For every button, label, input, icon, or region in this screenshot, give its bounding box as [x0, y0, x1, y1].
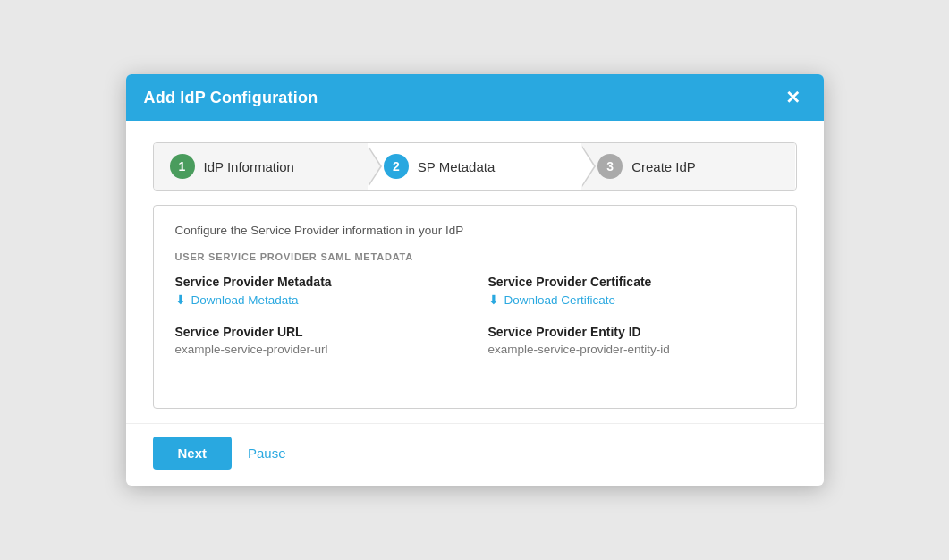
close-button[interactable]: ✕	[780, 87, 806, 108]
step-1: 1 IdP Information	[154, 143, 368, 190]
content-area: Configure the Service Provider informati…	[153, 205, 797, 409]
add-idp-modal: Add IdP Configuration ✕ 1 IdP Informatio…	[126, 74, 824, 486]
stepper: 1 IdP Information 2 SP Metadata 3 Create…	[153, 142, 797, 191]
modal-body: 1 IdP Information 2 SP Metadata 3 Create…	[126, 121, 824, 423]
download-metadata-icon: ⬇	[175, 293, 186, 307]
metadata-item-2-title: Service Provider URL	[175, 325, 462, 339]
step-3-number: 3	[597, 154, 623, 179]
metadata-item-2: Service Provider URL example-service-pro…	[175, 325, 462, 356]
download-certificate-label: Download Certificate	[504, 293, 616, 307]
metadata-item-3-title: Service Provider Entity ID	[488, 325, 775, 339]
modal-footer: Next Pause	[126, 423, 824, 486]
step-2-number: 2	[384, 154, 409, 179]
download-metadata-link[interactable]: ⬇ Download Metadata	[175, 293, 462, 307]
metadata-grid: Service Provider Metadata ⬇ Download Met…	[175, 275, 775, 356]
metadata-item-0-title: Service Provider Metadata	[175, 275, 462, 289]
step-3-label: Create IdP	[631, 159, 696, 174]
download-certificate-link[interactable]: ⬇ Download Certificate	[488, 293, 775, 307]
step-2: 2 SP Metadata	[368, 143, 581, 190]
metadata-item-1: Service Provider Certificate ⬇ Download …	[488, 275, 775, 307]
metadata-item-3-value: example-service-provider-entity-id	[488, 343, 775, 356]
download-metadata-label: Download Metadata	[191, 293, 299, 307]
metadata-item-2-value: example-service-provider-url	[175, 343, 462, 356]
step-1-label: IdP Information	[204, 159, 294, 174]
step-1-number: 1	[170, 154, 195, 179]
metadata-item-1-title: Service Provider Certificate	[488, 275, 775, 289]
modal-title: Add IdP Configuration	[144, 89, 318, 107]
section-label: USER SERVICE PROVIDER SAML METADATA	[175, 251, 775, 262]
metadata-item-0: Service Provider Metadata ⬇ Download Met…	[175, 275, 462, 307]
step-3: 3 Create IdP	[581, 143, 795, 190]
step-2-label: SP Metadata	[418, 159, 495, 174]
next-button[interactable]: Next	[153, 437, 233, 470]
modal-header: Add IdP Configuration ✕	[126, 74, 824, 121]
pause-button[interactable]: Pause	[244, 437, 290, 470]
content-description: Configure the Service Provider informati…	[175, 224, 775, 237]
download-certificate-icon: ⬇	[488, 293, 499, 307]
metadata-item-3: Service Provider Entity ID example-servi…	[488, 325, 775, 356]
